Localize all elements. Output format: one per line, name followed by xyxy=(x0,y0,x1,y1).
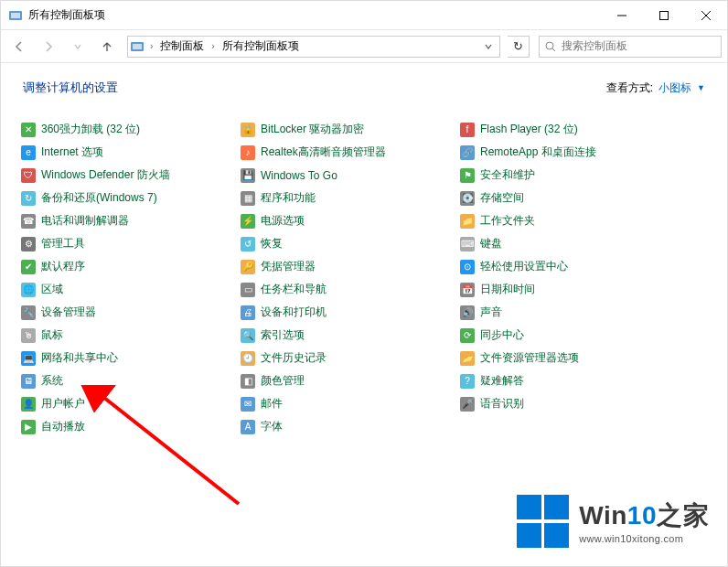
cp-item[interactable]: 🕘文件历史记录 xyxy=(239,347,458,369)
breadcrumb-seg-2[interactable]: 所有控制面板项 xyxy=(220,38,301,54)
cp-item[interactable]: 🔊声音 xyxy=(458,301,678,324)
cp-item-label: 颜色管理 xyxy=(261,373,305,389)
cp-item-label: 凭据管理器 xyxy=(261,259,316,274)
cp-item[interactable]: 🔒BitLocker 驱动器加密 xyxy=(239,118,458,141)
cp-item-icon: ⚙ xyxy=(21,237,36,251)
cp-item-label: 设备管理器 xyxy=(41,305,96,320)
cp-item[interactable]: 🔗RemoteApp 和桌面连接 xyxy=(458,141,678,164)
cp-item[interactable]: 🔍索引选项 xyxy=(239,324,458,347)
cp-item-icon: 🔑 xyxy=(241,260,255,274)
cp-item[interactable]: A字体 xyxy=(239,415,458,438)
cp-item-label: 360强力卸载 (32 位) xyxy=(41,122,140,137)
cp-item-label: 字体 xyxy=(261,419,283,434)
cp-item-label: 同步中心 xyxy=(480,327,524,343)
breadcrumb-seg-1[interactable]: 控制面板 xyxy=(158,38,206,54)
cp-item[interactable]: ✉邮件 xyxy=(239,392,458,415)
cp-item[interactable]: ⚑安全和维护 xyxy=(458,164,678,187)
cp-item-icon: 🔧 xyxy=(21,305,36,320)
cp-item[interactable]: 🔧设备管理器 xyxy=(19,301,239,324)
search-icon xyxy=(545,41,556,52)
search-box[interactable]: 搜索控制面板 xyxy=(539,36,722,58)
cp-item[interactable]: ✔默认程序 xyxy=(19,255,239,278)
cp-item[interactable]: ◧颜色管理 xyxy=(239,369,458,392)
cp-item[interactable]: 🌐区域 xyxy=(19,278,239,301)
cp-item-icon: 👤 xyxy=(21,397,36,412)
address-dropdown[interactable] xyxy=(479,43,498,50)
cp-item[interactable]: 📂文件资源管理器选项 xyxy=(458,347,678,369)
cp-item-label: 语音识别 xyxy=(480,396,524,412)
cp-item[interactable]: eInternet 选项 xyxy=(19,141,239,164)
cp-item-label: 默认程序 xyxy=(41,259,85,274)
cp-item-icon: e xyxy=(21,145,36,160)
cp-item[interactable]: 🔑凭据管理器 xyxy=(239,255,458,278)
cp-item-label: Internet 选项 xyxy=(41,144,103,160)
cp-item-icon: 📁 xyxy=(460,214,475,229)
cp-item[interactable]: 💽存储空间 xyxy=(458,187,678,209)
cp-item-label: 声音 xyxy=(480,305,502,320)
cp-item[interactable]: 🎤语音识别 xyxy=(458,392,678,415)
minimize-button[interactable] xyxy=(601,1,643,29)
cp-item-label: 程序和功能 xyxy=(261,190,316,206)
cp-item-label: 备份和还原(Windows 7) xyxy=(41,190,157,206)
cp-item-label: 鼠标 xyxy=(41,327,63,343)
cp-item[interactable]: ♪Realtek高清晰音频管理器 xyxy=(239,141,458,164)
cp-item-icon: 🎤 xyxy=(460,397,475,412)
cp-item[interactable]: ⚙管理工具 xyxy=(19,232,239,255)
cp-item[interactable]: ✕360强力卸载 (32 位) xyxy=(19,118,239,141)
cp-item-label: 电源选项 xyxy=(261,213,305,229)
cp-item[interactable]: ⟳同步中心 xyxy=(458,324,678,347)
cp-item-icon: ☎ xyxy=(21,214,36,229)
cp-item[interactable]: 🖱鼠标 xyxy=(19,324,239,347)
cp-item[interactable]: fFlash Player (32 位) xyxy=(458,118,678,141)
cp-item-label: BitLocker 驱动器加密 xyxy=(261,122,364,137)
cp-item[interactable]: 🖥系统 xyxy=(19,369,239,392)
wm-suffix: 之家 xyxy=(657,501,709,530)
maximize-button[interactable] xyxy=(643,1,685,29)
cp-item-icon: ♪ xyxy=(241,145,255,160)
cp-item-label: Windows Defender 防火墙 xyxy=(41,167,170,183)
cp-item[interactable]: ▦程序和功能 xyxy=(239,187,458,209)
cp-item[interactable]: ⚡电源选项 xyxy=(239,209,458,232)
cp-item[interactable]: 💾Windows To Go xyxy=(239,164,458,187)
cp-item[interactable]: ?疑难解答 xyxy=(458,369,678,392)
cp-item-icon: 🕘 xyxy=(241,351,255,366)
up-button[interactable] xyxy=(94,34,120,59)
recent-dropdown[interactable] xyxy=(65,34,91,59)
navbar: › 控制面板 › 所有控制面板项 ↻ 搜索控制面板 xyxy=(1,30,727,63)
cp-item-label: Flash Player (32 位) xyxy=(480,122,578,137)
cp-item[interactable]: ▶自动播放 xyxy=(19,415,239,438)
cp-item[interactable]: 🖨设备和打印机 xyxy=(239,301,458,324)
back-button[interactable] xyxy=(6,34,32,59)
titlebar: 所有控制面板项 xyxy=(1,1,727,30)
cp-item-icon: 🛡 xyxy=(21,168,36,183)
window-controls xyxy=(601,1,727,29)
cp-item-icon: 🌐 xyxy=(21,283,36,297)
cp-item[interactable]: ↺恢复 xyxy=(239,232,458,255)
view-mode[interactable]: 查看方式: 小图标 ▼ xyxy=(606,80,705,96)
address-bar[interactable]: › 控制面板 › 所有控制面板项 xyxy=(127,36,500,58)
cp-item[interactable]: ⌨键盘 xyxy=(458,232,678,255)
forward-button[interactable] xyxy=(36,34,61,59)
cp-item[interactable]: ☎电话和调制解调器 xyxy=(19,209,239,232)
cp-item[interactable]: ⊙轻松使用设置中心 xyxy=(458,255,678,278)
close-button[interactable] xyxy=(685,1,727,29)
cp-item-icon: ▭ xyxy=(241,283,255,297)
refresh-button[interactable]: ↻ xyxy=(508,36,530,58)
cp-item[interactable]: 📁工作文件夹 xyxy=(458,209,678,232)
cp-item[interactable]: 👤用户帐户 xyxy=(19,392,239,415)
cp-item-icon: 💽 xyxy=(460,191,475,206)
cp-item[interactable]: ↻备份和还原(Windows 7) xyxy=(19,187,239,209)
view-label: 查看方式: xyxy=(606,80,653,96)
cp-item[interactable]: 📅日期和时间 xyxy=(458,278,678,301)
cp-item[interactable]: ▭任务栏和导航 xyxy=(239,278,458,301)
cp-item[interactable]: 🛡Windows Defender 防火墙 xyxy=(19,164,239,187)
svg-rect-7 xyxy=(133,44,142,49)
cp-item-label: 疑难解答 xyxy=(480,373,524,389)
cp-item-label: 恢复 xyxy=(261,236,283,251)
cp-item-icon: ⌨ xyxy=(460,237,475,251)
cp-item[interactable]: 💻网络和共享中心 xyxy=(19,347,239,369)
control-panel-icon xyxy=(8,8,23,23)
cp-item-icon: 🖨 xyxy=(241,305,255,320)
cp-item-label: 系统 xyxy=(41,373,63,389)
view-value: 小图标 xyxy=(658,80,691,96)
